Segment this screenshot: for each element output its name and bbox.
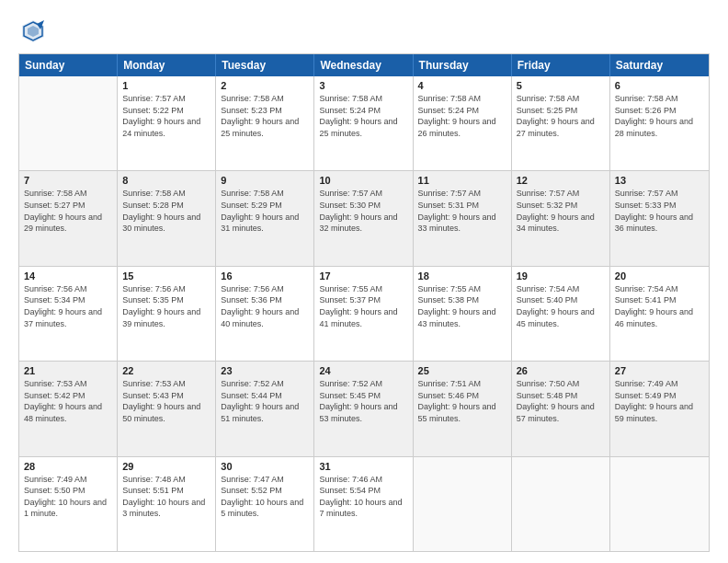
day-number: 20 [615,270,704,282]
day-number: 10 [319,175,407,186]
day-number: 26 [517,365,605,376]
day-number: 6 [615,80,704,91]
day-info: Sunrise: 7:58 AMSunset: 5:29 PMDaylight:… [221,188,309,234]
day-info: Sunrise: 7:47 AMSunset: 5:52 PMDaylight:… [221,474,309,520]
calendar-page: SundayMondayTuesdayWednesdayThursdayFrid… [0,0,728,563]
calendar-cell: 16Sunrise: 7:56 AMSunset: 5:36 PMDayligh… [216,267,314,361]
calendar-cell: 12Sunrise: 7:57 AMSunset: 5:32 PMDayligh… [512,171,610,265]
calendar-row: 28Sunrise: 7:49 AMSunset: 5:50 PMDayligh… [19,457,709,551]
calendar-cell: 1Sunrise: 7:57 AMSunset: 5:22 PMDaylight… [118,76,216,170]
day-number: 14 [24,270,112,282]
day-number: 24 [319,365,407,376]
calendar-cell: 7Sunrise: 7:58 AMSunset: 5:27 PMDaylight… [19,171,118,265]
calendar-cell [414,457,512,551]
day-info: Sunrise: 7:56 AMSunset: 5:34 PMDaylight:… [24,283,112,329]
calendar-cell: 6Sunrise: 7:58 AMSunset: 5:26 PMDaylight… [610,76,709,170]
weekday-header: Monday [118,54,216,76]
day-info: Sunrise: 7:46 AMSunset: 5:54 PMDaylight:… [319,474,407,520]
calendar-row: 1Sunrise: 7:57 AMSunset: 5:22 PMDaylight… [19,76,709,171]
day-number: 9 [221,175,309,186]
logo-icon [18,17,48,46]
day-info: Sunrise: 7:58 AMSunset: 5:24 PMDaylight:… [418,93,506,139]
calendar-cell: 19Sunrise: 7:54 AMSunset: 5:40 PMDayligh… [512,267,610,361]
calendar-cell: 10Sunrise: 7:57 AMSunset: 5:30 PMDayligh… [314,171,413,265]
day-number: 3 [319,80,407,91]
day-info: Sunrise: 7:49 AMSunset: 5:49 PMDaylight:… [615,378,704,424]
calendar-cell: 17Sunrise: 7:55 AMSunset: 5:37 PMDayligh… [314,267,413,361]
calendar-body: 1Sunrise: 7:57 AMSunset: 5:22 PMDaylight… [19,76,709,551]
day-number: 22 [122,365,210,376]
calendar-cell: 18Sunrise: 7:55 AMSunset: 5:38 PMDayligh… [414,267,512,361]
day-info: Sunrise: 7:55 AMSunset: 5:38 PMDaylight:… [418,283,506,329]
day-number: 4 [418,80,506,91]
day-info: Sunrise: 7:52 AMSunset: 5:44 PMDaylight:… [221,378,309,424]
day-number: 7 [24,175,112,186]
day-number: 12 [517,175,605,186]
day-info: Sunrise: 7:58 AMSunset: 5:26 PMDaylight:… [615,93,704,139]
day-number: 30 [221,461,309,472]
calendar-cell: 14Sunrise: 7:56 AMSunset: 5:34 PMDayligh… [19,267,118,361]
day-info: Sunrise: 7:52 AMSunset: 5:45 PMDaylight:… [319,378,407,424]
day-number: 16 [221,270,309,282]
day-number: 11 [418,175,506,186]
day-info: Sunrise: 7:53 AMSunset: 5:42 PMDaylight:… [24,378,112,424]
day-number: 25 [418,365,506,376]
day-number: 8 [122,175,210,186]
calendar-cell [19,76,118,170]
calendar-cell: 22Sunrise: 7:53 AMSunset: 5:43 PMDayligh… [118,362,216,455]
weekday-header: Thursday [414,54,512,76]
day-info: Sunrise: 7:53 AMSunset: 5:43 PMDaylight:… [122,378,210,424]
day-number: 23 [221,365,309,376]
day-info: Sunrise: 7:57 AMSunset: 5:31 PMDaylight:… [418,188,506,234]
weekday-header: Saturday [610,54,709,76]
weekday-header: Friday [512,54,610,76]
calendar-cell [610,457,709,551]
day-info: Sunrise: 7:54 AMSunset: 5:41 PMDaylight:… [615,283,704,329]
day-info: Sunrise: 7:57 AMSunset: 5:33 PMDaylight:… [615,188,704,234]
day-info: Sunrise: 7:58 AMSunset: 5:24 PMDaylight:… [319,93,407,139]
calendar-cell: 9Sunrise: 7:58 AMSunset: 5:29 PMDaylight… [216,171,314,265]
calendar-cell [512,457,610,551]
header [18,17,710,46]
day-info: Sunrise: 7:54 AMSunset: 5:40 PMDaylight:… [517,283,605,329]
day-info: Sunrise: 7:57 AMSunset: 5:22 PMDaylight:… [122,93,210,139]
calendar-cell: 15Sunrise: 7:56 AMSunset: 5:35 PMDayligh… [118,267,216,361]
calendar-cell: 4Sunrise: 7:58 AMSunset: 5:24 PMDaylight… [414,76,512,170]
weekday-header: Sunday [19,54,118,76]
day-info: Sunrise: 7:51 AMSunset: 5:46 PMDaylight:… [418,378,506,424]
calendar-cell: 8Sunrise: 7:58 AMSunset: 5:28 PMDaylight… [118,171,216,265]
day-number: 29 [122,461,210,472]
calendar-cell: 28Sunrise: 7:49 AMSunset: 5:50 PMDayligh… [19,457,118,551]
day-number: 1 [122,80,210,91]
day-info: Sunrise: 7:58 AMSunset: 5:27 PMDaylight:… [24,188,112,234]
day-number: 5 [517,80,605,91]
calendar-cell: 25Sunrise: 7:51 AMSunset: 5:46 PMDayligh… [414,362,512,455]
weekday-header: Tuesday [216,54,314,76]
day-info: Sunrise: 7:58 AMSunset: 5:23 PMDaylight:… [221,93,309,139]
calendar-grid: SundayMondayTuesdayWednesdayThursdayFrid… [18,53,710,552]
day-info: Sunrise: 7:50 AMSunset: 5:48 PMDaylight:… [517,378,605,424]
day-info: Sunrise: 7:57 AMSunset: 5:30 PMDaylight:… [319,188,407,234]
day-info: Sunrise: 7:58 AMSunset: 5:25 PMDaylight:… [517,93,605,139]
calendar-cell: 23Sunrise: 7:52 AMSunset: 5:44 PMDayligh… [216,362,314,455]
day-number: 19 [517,270,605,282]
day-info: Sunrise: 7:58 AMSunset: 5:28 PMDaylight:… [122,188,210,234]
day-number: 18 [418,270,506,282]
calendar-cell: 11Sunrise: 7:57 AMSunset: 5:31 PMDayligh… [414,171,512,265]
day-number: 31 [319,461,407,472]
calendar-cell: 30Sunrise: 7:47 AMSunset: 5:52 PMDayligh… [216,457,314,551]
calendar-row: 7Sunrise: 7:58 AMSunset: 5:27 PMDaylight… [19,171,709,266]
weekday-header: Wednesday [314,54,413,76]
calendar-row: 21Sunrise: 7:53 AMSunset: 5:42 PMDayligh… [19,362,709,456]
day-number: 27 [615,365,704,376]
calendar-cell: 27Sunrise: 7:49 AMSunset: 5:49 PMDayligh… [610,362,709,455]
calendar-cell: 13Sunrise: 7:57 AMSunset: 5:33 PMDayligh… [610,171,709,265]
calendar-cell: 24Sunrise: 7:52 AMSunset: 5:45 PMDayligh… [314,362,413,455]
calendar-cell: 26Sunrise: 7:50 AMSunset: 5:48 PMDayligh… [512,362,610,455]
day-number: 21 [24,365,112,376]
day-info: Sunrise: 7:56 AMSunset: 5:35 PMDaylight:… [122,283,210,329]
day-number: 17 [319,270,407,282]
day-info: Sunrise: 7:56 AMSunset: 5:36 PMDaylight:… [221,283,309,329]
day-number: 28 [24,461,112,472]
day-info: Sunrise: 7:57 AMSunset: 5:32 PMDaylight:… [517,188,605,234]
